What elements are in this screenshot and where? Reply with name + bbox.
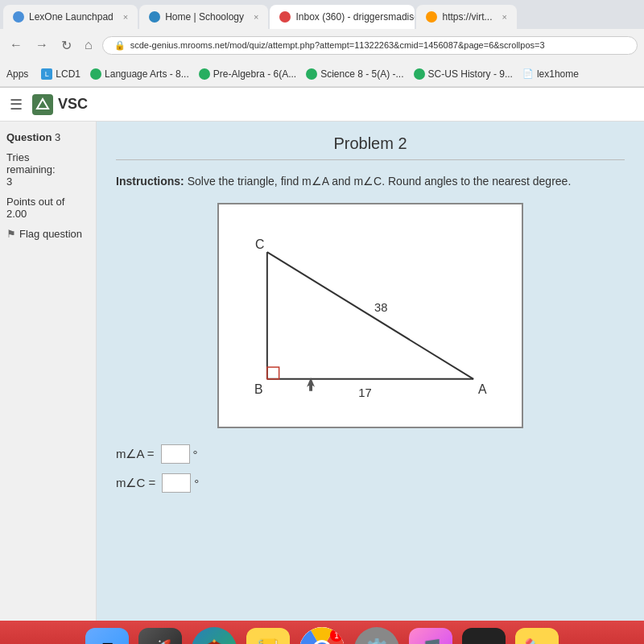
- bookmark-label-lex1home: lex1home: [537, 68, 579, 80]
- dock-settings[interactable]: ⚙️: [354, 627, 399, 644]
- bookmark-science[interactable]: Science 8 - 5(A) -...: [306, 68, 403, 80]
- lock-icon: 🔒: [114, 40, 126, 51]
- bookmark-lang-arts[interactable]: Language Arts - 8...: [90, 68, 189, 80]
- home-button[interactable]: ⌂: [81, 36, 96, 54]
- tab-lexone[interactable]: LexOne Launchpad ×: [3, 5, 138, 29]
- degree-c-symbol: °: [194, 477, 199, 490]
- dock-acorn[interactable]: 🌰: [192, 627, 237, 644]
- flag-label: Flag question: [19, 228, 82, 240]
- svg-marker-0: [37, 99, 48, 109]
- forward-button[interactable]: →: [32, 36, 52, 54]
- music-icon: 🎵: [418, 638, 444, 645]
- tab-label-virt: https://virt...: [442, 11, 492, 23]
- dock: 🖥 🚀 🌰 📒 1 ⚙️ 🎵 exec ✏️: [0, 621, 644, 644]
- rocket-icon: 🚀: [150, 639, 171, 644]
- dock-chrome[interactable]: 1: [299, 627, 345, 644]
- dock-notes[interactable]: 📒: [246, 628, 290, 644]
- dock-finder[interactable]: 🖥: [85, 628, 129, 644]
- answer-c-label: m∠C =: [116, 476, 155, 490]
- dock-launchpad[interactable]: 🚀: [138, 628, 182, 644]
- points-value: 2.00: [6, 208, 89, 220]
- url-text: scde-genius.mrooms.net/mod/quiz/attempt.…: [130, 40, 545, 50]
- tab-label-inbox: Inbox (360) - driggersmadiso...: [295, 11, 415, 23]
- tab-inbox[interactable]: Inbox (360) - driggersmadiso... ×: [270, 5, 415, 29]
- tab-label-schoology: Home | Schoology: [165, 11, 244, 23]
- instructions: Instructions: Solve the triangle, find m…: [116, 173, 625, 190]
- tab-virt[interactable]: https://virt... ×: [416, 5, 516, 29]
- tries-remaining-label: remaining:: [6, 163, 89, 175]
- bookmark-label-science: Science 8 - 5(A) -...: [320, 68, 403, 80]
- address-bar: ← → ↻ ⌂ 🔒 scde-genius.mrooms.net/mod/qui…: [0, 29, 644, 61]
- tries-label: Tries: [6, 151, 89, 163]
- bookmark-pre-algebra[interactable]: Pre-Algebra - 6(A...: [199, 68, 296, 80]
- reload-button[interactable]: ↻: [58, 36, 75, 55]
- instructions-text: Solve the triangle, find m∠A and m∠C. Ro…: [188, 175, 572, 188]
- points-info: Points out of 2.00: [6, 196, 89, 220]
- vsc-logo: VSC: [32, 94, 88, 115]
- bookmark-label-history: SC-US History - 9...: [428, 68, 513, 80]
- flag-icon: ⚑: [6, 228, 16, 240]
- bookmarks-bar: Apps L LCD1 Language Arts - 8... Pre-Alg…: [0, 61, 644, 87]
- tab-close-lexone[interactable]: ×: [123, 12, 128, 22]
- page-wrapper: Question 3 Tries remaining: 3 Points out…: [0, 122, 644, 621]
- bookmark-label-pre-algebra: Pre-Algebra - 6(A...: [213, 68, 296, 80]
- question-number: 3: [55, 131, 60, 143]
- menu-button[interactable]: ☰: [10, 96, 23, 114]
- content-area: Question 3 Tries remaining: 3 Points out…: [0, 122, 644, 621]
- tries-info: Tries remaining: 3: [6, 151, 89, 188]
- bookmark-label-lcd1: LCD1: [56, 68, 80, 80]
- svg-rect-4: [267, 367, 279, 379]
- vertex-b-label: B: [254, 382, 263, 396]
- question-info: Question 3: [6, 131, 89, 143]
- question-label: Question: [6, 131, 52, 143]
- problem-title: Problem 2: [116, 134, 625, 153]
- answer-c-input[interactable]: [162, 473, 191, 493]
- vertex-a-label: A: [478, 382, 487, 396]
- tries-remaining-value: 3: [6, 175, 89, 188]
- quiz-area: Problem 2 Instructions: Solve the triang…: [97, 122, 644, 621]
- tab-schoology[interactable]: Home | Schoology ×: [139, 5, 268, 29]
- url-bar[interactable]: 🔒 scde-genius.mrooms.net/mod/quiz/attemp…: [102, 36, 638, 55]
- tab-label-lexone: LexOne Launchpad: [29, 11, 114, 23]
- bookmark-lex1home[interactable]: 📄 lex1home: [522, 68, 579, 80]
- vsc-title: VSC: [58, 96, 88, 113]
- problem-divider: [116, 159, 625, 160]
- browser-chrome: LexOne Launchpad × Home | Schoology × In…: [0, 0, 644, 88]
- tab-close-virt[interactable]: ×: [502, 12, 507, 22]
- finder-icon: 🖥: [98, 639, 116, 644]
- dock-pencil[interactable]: ✏️: [515, 628, 559, 644]
- hypotenuse-label: 38: [374, 301, 387, 314]
- dock-music[interactable]: 🎵: [409, 628, 452, 644]
- answer-a-row: m∠A = °: [116, 444, 625, 464]
- chrome-badge: 1: [330, 629, 343, 642]
- sidebar: Question 3 Tries remaining: 3 Points out…: [0, 122, 97, 621]
- vertex-c-label: C: [255, 237, 264, 251]
- vsc-header: ☰ VSC: [0, 88, 644, 122]
- back-button[interactable]: ←: [6, 36, 26, 54]
- answer-c-row: m∠C = °: [116, 473, 625, 493]
- acorn-icon: 🌰: [201, 638, 227, 645]
- pencil-icon: ✏️: [524, 638, 550, 645]
- degree-a-symbol: °: [193, 448, 198, 461]
- tab-close-schoology[interactable]: ×: [254, 12, 258, 22]
- answer-a-input[interactable]: [161, 444, 190, 464]
- tab-bar: LexOne Launchpad × Home | Schoology × In…: [0, 0, 644, 29]
- dock-exec[interactable]: exec: [462, 628, 506, 644]
- bookmark-label-lang-arts: Language Arts - 8...: [105, 68, 189, 80]
- bookmark-history[interactable]: SC-US History - 9...: [414, 68, 513, 80]
- notes-icon: 📒: [255, 638, 281, 645]
- triangle-diagram: C B A 38 17: [217, 203, 523, 428]
- base-label: 17: [358, 386, 371, 399]
- instructions-label: Instructions:: [116, 175, 184, 188]
- apps-label: Apps: [6, 68, 28, 80]
- bookmark-lcd1[interactable]: L LCD1: [41, 68, 80, 80]
- settings-icon: ⚙️: [364, 638, 390, 645]
- flag-question-button[interactable]: ⚑ Flag question: [6, 228, 89, 240]
- answer-a-label: m∠A =: [116, 447, 155, 461]
- svg-line-3: [267, 252, 473, 379]
- points-label: Points out of: [6, 196, 89, 208]
- triangle-svg: C B A 38 17: [219, 204, 522, 427]
- vsc-logo-icon: [32, 94, 53, 115]
